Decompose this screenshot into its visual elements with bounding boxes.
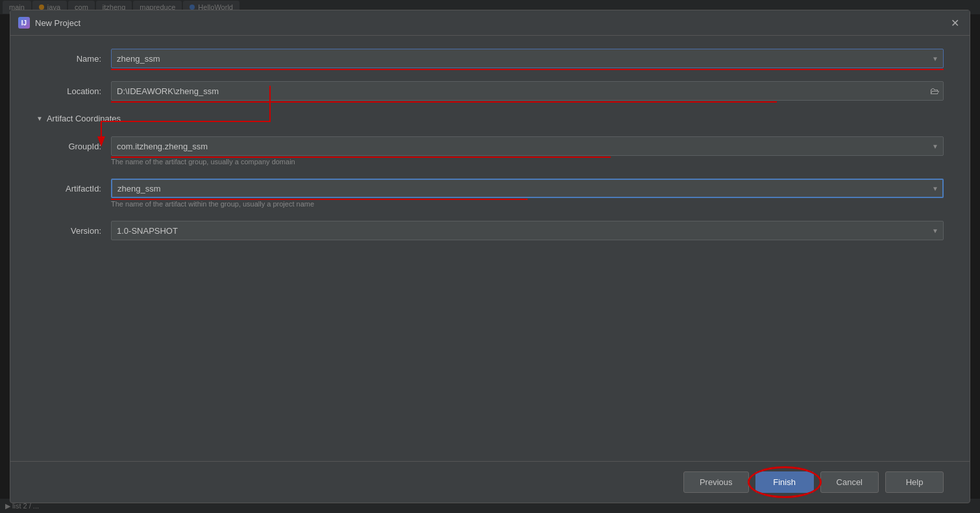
artifact-coordinates-section[interactable]: ▼ Artifact Coordinates bbox=[36, 114, 944, 123]
previous-button[interactable]: Previous bbox=[683, 471, 749, 493]
version-input-wrapper: ▼ bbox=[111, 221, 944, 240]
artifactid-input-wrapper: ▼ bbox=[111, 179, 944, 198]
groupid-input[interactable] bbox=[111, 136, 944, 156]
name-input[interactable] bbox=[111, 49, 944, 68]
cancel-button[interactable]: Cancel bbox=[820, 471, 879, 493]
artifactid-row: ArtifactId: ▼ bbox=[36, 179, 944, 198]
name-dropdown-arrow: ▼ bbox=[932, 55, 938, 62]
location-row: Location: 🗁 bbox=[36, 81, 944, 101]
help-button[interactable]: Help bbox=[885, 471, 944, 493]
content-spacer bbox=[36, 253, 944, 448]
version-input[interactable] bbox=[111, 221, 944, 240]
name-input-wrapper: ▼ bbox=[111, 49, 944, 68]
finish-button-wrapper: Finish bbox=[755, 471, 814, 493]
artifactid-dropdown-arrow: ▼ bbox=[932, 185, 938, 192]
artifactid-block: ArtifactId: ▼ The name of the artifact w… bbox=[36, 179, 944, 208]
groupid-row: GroupId: ▼ bbox=[36, 136, 944, 156]
artifactid-label: ArtifactId: bbox=[36, 184, 101, 194]
finish-button[interactable]: Finish bbox=[755, 471, 814, 493]
dialog-titlebar: IJ New Project ✕ bbox=[10, 10, 970, 36]
groupid-hint: The name of the artifact group, usually … bbox=[111, 158, 944, 166]
location-input-wrapper: 🗁 bbox=[111, 81, 944, 101]
section-chevron-icon: ▼ bbox=[36, 115, 43, 122]
close-button[interactable]: ✕ bbox=[948, 16, 962, 30]
new-project-dialog: IJ New Project ✕ Name: bbox=[10, 10, 970, 503]
dialog-title-left: IJ New Project bbox=[18, 17, 80, 29]
name-row: Name: ▼ bbox=[36, 49, 944, 68]
name-label: Name: bbox=[36, 54, 101, 64]
groupid-block: GroupId: ▼ The name of the artifact grou… bbox=[36, 136, 944, 166]
version-label: Version: bbox=[36, 226, 101, 236]
version-row: Version: ▼ bbox=[36, 221, 944, 240]
dialog-title: New Project bbox=[35, 18, 80, 28]
version-dropdown-arrow: ▼ bbox=[932, 227, 938, 234]
section-label: Artifact Coordinates bbox=[47, 114, 121, 123]
dialog-content: Name: ▼ Location: 🗁 ▼ Artifact Coordinat… bbox=[10, 36, 970, 461]
dialog-overlay: IJ New Project ✕ Name: bbox=[0, 0, 980, 513]
location-input[interactable] bbox=[111, 81, 944, 101]
intellij-icon: IJ bbox=[18, 17, 30, 29]
artifactid-input[interactable] bbox=[111, 179, 944, 198]
location-browse-button[interactable]: 🗁 bbox=[929, 84, 940, 97]
location-label: Location: bbox=[36, 86, 101, 96]
groupid-dropdown-arrow: ▼ bbox=[932, 143, 938, 150]
groupid-label: GroupId: bbox=[36, 142, 101, 151]
groupid-input-wrapper: ▼ bbox=[111, 136, 944, 156]
dialog-footer: Previous Finish Cancel Help bbox=[10, 461, 970, 503]
intellij-icon-text: IJ bbox=[21, 19, 27, 27]
artifactid-hint: The name of the artifact within the grou… bbox=[111, 200, 944, 208]
